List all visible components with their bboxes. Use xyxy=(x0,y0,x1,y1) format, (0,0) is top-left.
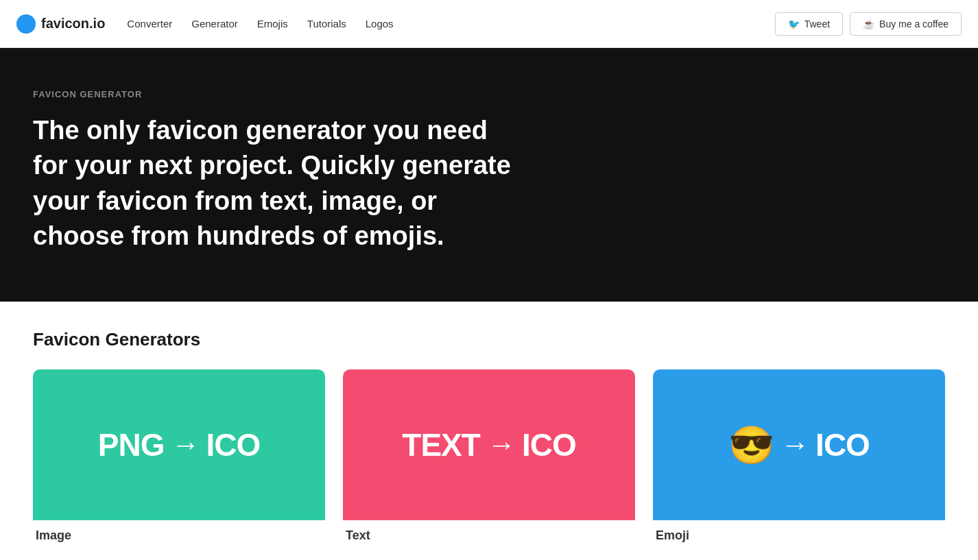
card-label-image: Image xyxy=(33,520,325,543)
brand-dot xyxy=(16,14,36,34)
card-to-label-1: ICO xyxy=(522,426,576,463)
twitter-icon: 🐦 xyxy=(788,19,800,29)
hero-title: The only favicon generator you need for … xyxy=(33,113,527,254)
nav-link-emojis[interactable]: Emojis xyxy=(257,18,288,29)
coffee-button[interactable]: ☕ Buy me a coffee xyxy=(850,12,962,36)
card-arrow-0: → xyxy=(171,428,199,461)
cards-grid: PNG → ICO Image TEXT → ICO Text xyxy=(33,369,945,543)
card-arrow-2: → xyxy=(780,428,809,461)
card-from-label-1: TEXT xyxy=(402,426,480,463)
card-emoji-icon: 😎 xyxy=(728,424,774,467)
card-image-teal-bg: PNG → ICO xyxy=(33,369,325,520)
card-image-blue-bg: 😎 → ICO xyxy=(653,369,945,520)
hero-section: FAVICON GENERATOR The only favicon gener… xyxy=(0,48,978,302)
nav-links: Converter Generator Emojis Tutorials Log… xyxy=(127,18,393,30)
card-text-ico-label: TEXT → ICO xyxy=(402,426,575,463)
card-text-generator[interactable]: TEXT → ICO Text xyxy=(343,369,635,543)
coffee-label: Buy me a coffee xyxy=(879,19,949,29)
nav-link-tutorials[interactable]: Tutorials xyxy=(307,18,346,29)
nav-link-logos[interactable]: Logos xyxy=(366,18,394,29)
tweet-label: Tweet xyxy=(804,19,830,29)
card-label-emoji: Emoji xyxy=(653,520,945,543)
card-png-ico-label: PNG → ICO xyxy=(98,426,260,463)
brand-logo[interactable]: favicon.io xyxy=(16,14,105,34)
navbar-right: 🐦 Tweet ☕ Buy me a coffee xyxy=(775,12,962,36)
card-image-pink-bg: TEXT → ICO xyxy=(343,369,635,520)
brand-name: favicon.io xyxy=(41,16,105,32)
nav-link-generator[interactable]: Generator xyxy=(191,18,238,29)
card-image-generator[interactable]: PNG → ICO Image xyxy=(33,369,325,543)
card-arrow-1: → xyxy=(487,428,515,461)
card-to-label-2: ICO xyxy=(815,426,870,463)
generators-section: Favicon Generators PNG → ICO Image TEXT … xyxy=(0,302,978,543)
tweet-button[interactable]: 🐦 Tweet xyxy=(775,12,843,36)
hero-subtitle: FAVICON GENERATOR xyxy=(33,89,945,99)
section-title: Favicon Generators xyxy=(33,329,945,350)
card-from-label: PNG xyxy=(98,426,165,463)
card-to-label-0: ICO xyxy=(206,426,260,463)
nav-link-converter[interactable]: Converter xyxy=(127,18,172,29)
card-emoji-ico-label: 😎 → ICO xyxy=(728,424,870,467)
card-label-text: Text xyxy=(343,520,635,543)
coffee-icon: ☕ xyxy=(863,19,874,29)
navbar: favicon.io Converter Generator Emojis Tu… xyxy=(0,0,978,48)
card-emoji-generator[interactable]: 😎 → ICO Emoji xyxy=(653,369,945,543)
navbar-left: favicon.io Converter Generator Emojis Tu… xyxy=(16,14,394,34)
